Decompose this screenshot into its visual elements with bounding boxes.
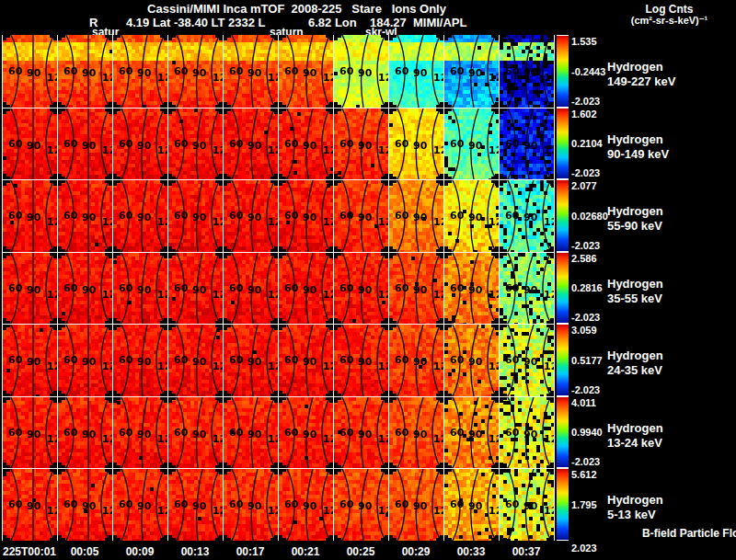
colorbar-mid-value: -0.2443: [571, 66, 605, 77]
ephemeris-lat-lt-l: 4.19 Lat -38.40 LT 2332 L: [126, 16, 266, 29]
colorbar-mid-value: 0.5177: [571, 355, 603, 366]
row-species-label: Hydrogen: [607, 132, 663, 146]
colorbar-max-value: 2.077: [571, 180, 597, 191]
colorbar-max-value: 2.586: [571, 253, 597, 264]
colorbar-mid-value: 0.2104: [571, 138, 603, 149]
colorbar-mid-value: 1.795: [571, 499, 597, 510]
row-colorbar: [557, 468, 569, 541]
colorbar-max-value: 1.602: [571, 109, 597, 120]
row-colorbar: [557, 108, 569, 179]
row-species-label: Hydrogen: [607, 493, 663, 507]
colorbar-max-value: 5.612: [571, 469, 597, 480]
ephemeris-lon: 6.82 Lon: [308, 16, 357, 29]
colorbar-min-value: -2.023: [571, 456, 600, 467]
colorbar-min-value: -2.023: [571, 96, 600, 107]
cassini-mimi-inca-plot: Cassini/MIMI Inca mTOF 2008-225 Stare Io…: [0, 0, 736, 560]
colorbar-max-value: 4.011: [571, 397, 596, 408]
plot-title: Cassini/MIMI Inca mTOF 2008-225 Stare Io…: [0, 2, 593, 16]
colorbar-mid-value: 0.02680: [571, 211, 608, 222]
row-energy-label: 35-55 keV: [607, 291, 662, 305]
colorbar-min-value: -2.023: [571, 384, 600, 395]
row-species-label: Hydrogen: [607, 60, 663, 74]
colorbar-mid-value: 0.9940: [571, 427, 603, 438]
colorbar-min-value: -2.023: [571, 312, 600, 323]
colorbar-max-value: 1.535: [571, 36, 597, 47]
colorbar-min-value: -2.023: [571, 240, 600, 251]
colorbar-title: Log Cnts: [603, 3, 736, 16]
colorbar-min-value: -2.023: [571, 167, 600, 178]
time-tick-label: 00:37: [493, 545, 559, 558]
row-species-label: Hydrogen: [607, 204, 663, 218]
colorbar-max-value: 3.059: [571, 325, 597, 336]
row-colorbar: [557, 396, 569, 468]
row-species-label: Hydrogen: [607, 421, 663, 435]
row-species-label: Hydrogen: [607, 277, 663, 291]
row-colorbar: [557, 252, 569, 324]
colorbar-units: (cm²-sr-s-keV)⁻¹: [603, 15, 736, 27]
row-energy-label: 5-13 keV: [607, 508, 656, 521]
row-colorbar: [557, 179, 569, 252]
colorbar-min-value: 2.023: [571, 543, 597, 554]
row-energy-label: 90-149 keV: [607, 147, 669, 161]
row-energy-label: 55-90 keV: [607, 219, 662, 233]
colorbar-mid-value: 0.2816: [571, 282, 603, 293]
row-colorbar: [557, 35, 569, 108]
bfield-flow-note: B-field Particle Flow: [642, 527, 736, 540]
row-energy-label: 149-227 keV: [607, 74, 675, 88]
heatmap-grid: [2, 35, 555, 541]
row-colorbar: [557, 324, 569, 396]
row-species-label: Hydrogen: [607, 349, 663, 362]
row-energy-label: 24-35 keV: [607, 363, 662, 377]
row-energy-label: 13-24 keV: [607, 436, 662, 450]
